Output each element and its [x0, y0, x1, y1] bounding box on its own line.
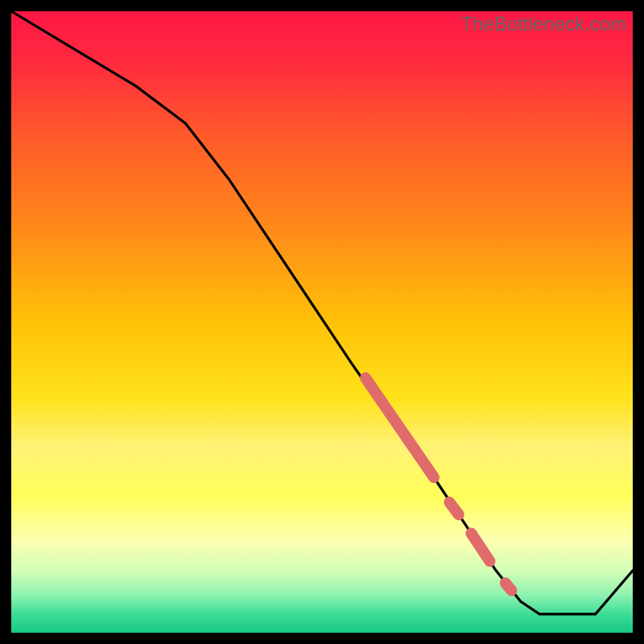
highlight-segment: [506, 583, 512, 590]
gradient-background: [11, 11, 633, 633]
bottleneck-chart: [11, 11, 633, 633]
watermark-text: TheBottleneck.com: [461, 13, 626, 35]
highlight-segment: [449, 502, 459, 514]
chart-frame: TheBottleneck.com: [11, 11, 633, 633]
